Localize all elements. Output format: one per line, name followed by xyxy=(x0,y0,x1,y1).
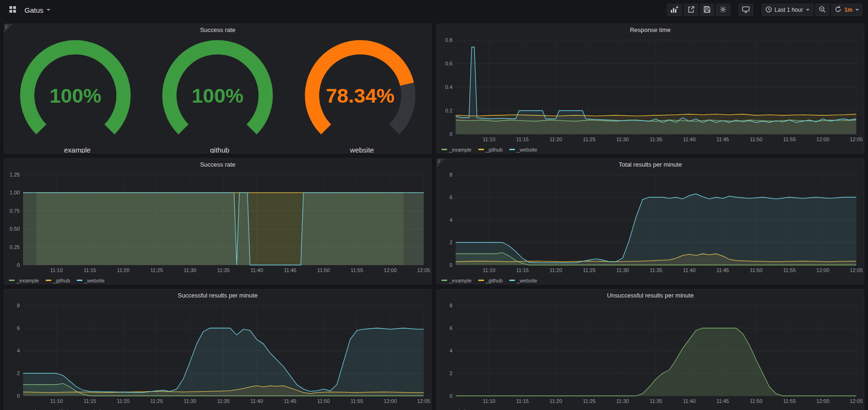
gauge-row: 100% _example 100% _github 78.34% _websi… xyxy=(4,36,431,153)
gauge-example: 100% _example xyxy=(4,36,146,153)
chart-legend: _example_github_website xyxy=(437,276,864,284)
x-tick-label: 11:40 xyxy=(683,267,696,273)
legend-item-_website[interactable]: _website xyxy=(509,147,537,153)
successful-results-plot[interactable]: 11:1011:1511:2011:2511:3011:3511:4011:45… xyxy=(4,302,431,407)
dashboard-title-dropdown[interactable]: Gatus xyxy=(24,6,50,14)
refresh-icon xyxy=(835,6,842,14)
response-time-plot[interactable]: 11:1011:1511:2011:2511:3011:3511:4011:45… xyxy=(437,36,864,145)
chart-legend: _example_github_website xyxy=(437,145,864,153)
legend-label: _example xyxy=(16,409,39,410)
y-tick-label: 0.6 xyxy=(445,61,452,66)
zoom-out-time-button[interactable] xyxy=(815,4,829,16)
panel-success-rate-gauges: i Success rate 100% _example 100% _githu… xyxy=(4,24,432,153)
panel-title[interactable]: Response time xyxy=(437,24,864,36)
y-tick-label: 0 xyxy=(17,262,20,268)
panel-title[interactable]: Total results per minute xyxy=(437,159,864,171)
navbar: Gatus xyxy=(0,0,868,20)
x-tick-label: 12:00 xyxy=(384,267,397,273)
x-tick-label: 11:35 xyxy=(650,137,662,142)
share-dashboard-button[interactable] xyxy=(684,4,698,16)
legend-item-_example[interactable]: _example xyxy=(9,409,39,410)
info-glyph: i xyxy=(438,159,440,164)
dashboard-settings-button[interactable] xyxy=(716,4,730,16)
x-tick-label: 11:35 xyxy=(217,267,230,273)
apps-grid-icon xyxy=(9,6,16,15)
y-tick-label: 0.50 xyxy=(10,226,20,232)
legend-color-mark xyxy=(442,149,447,150)
y-tick-label: 0.4 xyxy=(445,84,452,90)
legend-item-_website[interactable]: _website xyxy=(442,409,469,410)
dashboard-grid: i Success rate 100% _example 100% _githu… xyxy=(0,20,868,410)
x-tick-label: 12:05 xyxy=(417,398,430,404)
panel-title[interactable]: Successful results per minute xyxy=(4,289,431,302)
legend-item-_example[interactable]: _example xyxy=(442,147,472,153)
legend-item-_github[interactable]: _github xyxy=(46,278,70,283)
x-tick-label: 11:15 xyxy=(516,137,529,142)
x-tick-label: 11:45 xyxy=(716,398,729,404)
panel-unsuccessful-results: Unsuccessful results per minute 11:1011:… xyxy=(436,289,864,410)
chart-canvas-success_rate[interactable]: 11:1011:1511:2011:2511:3011:3511:4011:45… xyxy=(4,171,431,274)
legend-item-_website[interactable]: _website xyxy=(77,278,104,283)
panel-info-icon[interactable]: i xyxy=(437,159,445,167)
gauge-svg: 100% xyxy=(4,36,146,146)
legend-label: _github xyxy=(53,278,70,283)
chart-canvas-successful_results_per_minute[interactable]: 11:1011:1511:2011:2511:3011:3511:4011:45… xyxy=(4,302,431,405)
panel-title[interactable]: Success rate xyxy=(4,24,431,36)
legend-label: _website xyxy=(517,147,537,153)
legend-item-_github[interactable]: _github xyxy=(46,409,70,410)
x-tick-label: 11:10 xyxy=(483,137,496,142)
total-results-plot[interactable]: 11:1011:1511:2011:2511:3011:3511:4011:45… xyxy=(437,171,864,276)
legend-item-_website[interactable]: _website xyxy=(77,409,104,410)
x-tick-label: 11:10 xyxy=(483,398,496,404)
panel-info-icon[interactable]: i xyxy=(4,24,13,32)
gauge-value-text: 78.34% xyxy=(326,84,394,107)
x-tick-label: 11:50 xyxy=(317,267,330,273)
x-tick-label: 11:15 xyxy=(516,267,529,273)
legend-item-_example[interactable]: _example xyxy=(9,278,39,283)
y-tick-label: 4 xyxy=(17,348,20,354)
refresh-button[interactable]: 1m xyxy=(831,4,862,16)
chart-canvas-total_results_per_minute[interactable]: 11:1011:1511:2011:2511:3011:3511:4011:45… xyxy=(437,171,864,274)
x-tick-label: 11:30 xyxy=(184,267,196,273)
y-tick-label: 0 xyxy=(450,393,452,399)
y-tick-label: 1.25 xyxy=(10,172,20,177)
dashboards-menu-button[interactable] xyxy=(6,4,20,16)
legend-item-_example[interactable]: _example xyxy=(442,278,472,283)
chart-canvas-response_time[interactable]: 11:1011:1511:2011:2511:3011:3511:4011:45… xyxy=(437,36,864,144)
legend-color-mark xyxy=(77,280,82,281)
gauge-value-text: 100% xyxy=(192,84,243,107)
time-range-picker[interactable]: Last 1 hour xyxy=(762,4,813,16)
save-dashboard-button[interactable] xyxy=(700,4,714,16)
success-rate-plot[interactable]: 11:1011:1511:2011:2511:3011:3511:4011:45… xyxy=(4,171,431,276)
x-tick-label: 11:35 xyxy=(650,267,662,273)
x-tick-label: 12:05 xyxy=(850,267,863,273)
x-tick-label: 11:35 xyxy=(650,398,662,404)
panel-total-results: i Total results per minute 11:1011:1511:… xyxy=(436,158,864,284)
info-glyph: i xyxy=(6,24,7,29)
legend-item-_website[interactable]: _website xyxy=(509,278,537,283)
y-tick-label: 0 xyxy=(450,262,452,268)
x-tick-label: 11:45 xyxy=(284,398,297,404)
x-tick-label: 11:10 xyxy=(50,398,63,404)
x-tick-label: 11:25 xyxy=(583,267,595,273)
legend-item-_github[interactable]: _github xyxy=(478,147,503,153)
chart-legend: _example_github_website xyxy=(4,276,431,284)
y-tick-label: 0 xyxy=(17,393,20,399)
chart-canvas-unsuccessful_results_per_minute[interactable]: 11:1011:1511:2011:2511:3011:3511:4011:45… xyxy=(437,302,864,405)
add-panel-icon xyxy=(670,6,679,15)
x-tick-label: 11:30 xyxy=(616,398,629,404)
x-tick-label: 11:15 xyxy=(516,398,529,404)
y-tick-label: 2 xyxy=(17,370,20,376)
add-panel-button[interactable] xyxy=(667,4,682,16)
legend-label: _github xyxy=(486,147,503,153)
panel-successful-results: Successful results per minute 11:1011:15… xyxy=(4,289,432,410)
save-icon xyxy=(703,6,711,15)
cycle-view-mode-button[interactable] xyxy=(739,4,753,16)
unsuccessful-results-plot[interactable]: 11:1011:1511:2011:2511:3011:3511:4011:45… xyxy=(437,302,864,407)
legend-color-mark xyxy=(442,280,447,281)
panel-title[interactable]: Unsuccessful results per minute xyxy=(437,289,864,302)
legend-label: _example xyxy=(16,278,39,283)
legend-label: _website xyxy=(517,278,537,283)
panel-title[interactable]: Success rate xyxy=(4,159,431,171)
legend-item-_github[interactable]: _github xyxy=(478,278,503,283)
